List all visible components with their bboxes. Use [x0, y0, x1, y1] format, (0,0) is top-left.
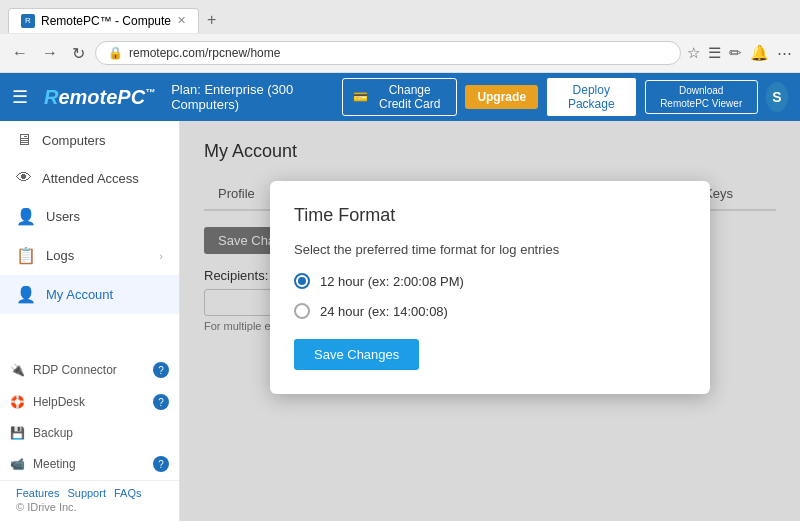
- attended-access-icon: 👁: [16, 169, 32, 187]
- main-content: My Account Profile Billing Information S…: [180, 121, 800, 521]
- bookmark-icon[interactable]: ☆: [687, 44, 700, 62]
- radio-12hour[interactable]: 12 hour (ex: 2:00:08 PM): [294, 273, 686, 289]
- radio-12hour-circle: [294, 273, 310, 289]
- sidebar-label-users: Users: [46, 209, 80, 224]
- footer-link-faqs[interactable]: FAQs: [114, 487, 142, 499]
- meeting-badge: ?: [153, 456, 169, 472]
- backup-icon: 💾: [10, 426, 25, 440]
- sidebar-label-rdp: RDP Connector: [33, 363, 117, 377]
- forward-btn[interactable]: →: [38, 42, 62, 64]
- rdp-icon: 🔌: [10, 363, 25, 377]
- rdp-badge: ?: [153, 362, 169, 378]
- radio-12hour-label: 12 hour (ex: 2:00:08 PM): [320, 274, 464, 289]
- helpdesk-badge: ?: [153, 394, 169, 410]
- change-credit-card-btn[interactable]: 💳 Change Credit Card: [342, 78, 457, 116]
- sidebar-item-rdp[interactable]: 🔌 RDP Connector ?: [0, 354, 179, 386]
- logo-text: RemotePC™: [44, 86, 155, 109]
- address-bar[interactable]: 🔒 remotepc.com/rpcnew/home: [95, 41, 681, 65]
- deploy-package-btn[interactable]: Deploy Package: [546, 77, 636, 117]
- time-format-modal: Time Format Select the preferred time fo…: [270, 181, 710, 394]
- sidebar-label-logs: Logs: [46, 248, 74, 263]
- sidebar-label-attended-access: Attended Access: [42, 171, 139, 186]
- sidebar-item-meeting[interactable]: 📹 Meeting ?: [0, 448, 179, 480]
- footer-copyright: © IDrive Inc.: [16, 501, 77, 513]
- plan-text: Plan: Enterprise (300 Computers): [171, 82, 330, 112]
- logo-area: RemotePC™: [44, 86, 155, 109]
- sidebar-footer-links: Features Support FAQs: [16, 487, 163, 499]
- users-icon: 👤: [16, 207, 36, 226]
- sidebar-label-meeting: Meeting: [33, 457, 76, 471]
- top-nav-actions: 💳 Change Credit Card Upgrade Deploy Pack…: [342, 77, 788, 117]
- lock-icon: 🔒: [108, 46, 123, 60]
- radio-24hour[interactable]: 24 hour (ex: 14:00:08): [294, 303, 686, 319]
- sidebar-label-computers: Computers: [42, 133, 106, 148]
- modal-subtitle: Select the preferred time format for log…: [294, 242, 686, 257]
- new-tab-btn[interactable]: +: [199, 6, 224, 34]
- url-text: remotepc.com/rpcnew/home: [129, 46, 280, 60]
- browser-tab[interactable]: R RemotePC™ - Compute ✕: [8, 8, 199, 33]
- sidebar-label-my-account: My Account: [46, 287, 113, 302]
- download-viewer-btn[interactable]: Download RemotePC Viewer: [645, 80, 758, 114]
- sidebar-label-backup: Backup: [33, 426, 73, 440]
- credit-card-icon: 💳: [353, 90, 368, 104]
- my-account-icon: 👤: [16, 285, 36, 304]
- meeting-icon: 📹: [10, 457, 25, 471]
- radio-24hour-circle: [294, 303, 310, 319]
- sidebar-item-my-account[interactable]: 👤 My Account: [0, 275, 179, 314]
- tab-close-btn[interactable]: ✕: [177, 14, 186, 27]
- user-avatar[interactable]: S: [766, 82, 788, 112]
- sidebar-item-backup[interactable]: 💾 Backup: [0, 418, 179, 448]
- more-icon[interactable]: ⋯: [777, 44, 792, 62]
- tab-label: RemotePC™ - Compute: [41, 14, 171, 28]
- upgrade-btn[interactable]: Upgrade: [465, 85, 538, 109]
- logs-arrow-icon: ›: [159, 250, 163, 262]
- reload-btn[interactable]: ↻: [68, 42, 89, 65]
- sidebar: 🖥 Computers 👁 Attended Access 👤 Users 📋 …: [0, 121, 180, 521]
- top-nav: ☰ RemotePC™ Plan: Enterprise (300 Comput…: [0, 73, 800, 121]
- radio-24hour-label: 24 hour (ex: 14:00:08): [320, 304, 448, 319]
- modal-title: Time Format: [294, 205, 686, 226]
- back-btn[interactable]: ←: [8, 42, 32, 64]
- app-container: 🖥 Computers 👁 Attended Access 👤 Users 📋 …: [0, 121, 800, 521]
- modal-overlay: Time Format Select the preferred time fo…: [180, 121, 800, 521]
- sidebar-item-helpdesk[interactable]: 🛟 HelpDesk ?: [0, 386, 179, 418]
- sidebar-menu: 🖥 Computers 👁 Attended Access 👤 Users 📋 …: [0, 121, 179, 314]
- modal-save-btn[interactable]: Save Changes: [294, 339, 419, 370]
- menu-icon[interactable]: ☰: [708, 44, 721, 62]
- helpdesk-icon: 🛟: [10, 395, 25, 409]
- footer-link-features[interactable]: Features: [16, 487, 59, 499]
- logs-icon: 📋: [16, 246, 36, 265]
- footer-link-support[interactable]: Support: [67, 487, 106, 499]
- sidebar-item-logs[interactable]: 📋 Logs ›: [0, 236, 179, 275]
- tab-favicon: R: [21, 14, 35, 28]
- edit-icon[interactable]: ✏: [729, 44, 742, 62]
- sidebar-item-users[interactable]: 👤 Users: [0, 197, 179, 236]
- sidebar-footer: Features Support FAQs © IDrive Inc.: [0, 480, 179, 521]
- computers-icon: 🖥: [16, 131, 32, 149]
- sidebar-item-attended-access[interactable]: 👁 Attended Access: [0, 159, 179, 197]
- sidebar-label-helpdesk: HelpDesk: [33, 395, 85, 409]
- sidebar-item-computers[interactable]: 🖥 Computers: [0, 121, 179, 159]
- hamburger-menu[interactable]: ☰: [12, 86, 28, 108]
- bell-icon[interactable]: 🔔: [750, 44, 769, 62]
